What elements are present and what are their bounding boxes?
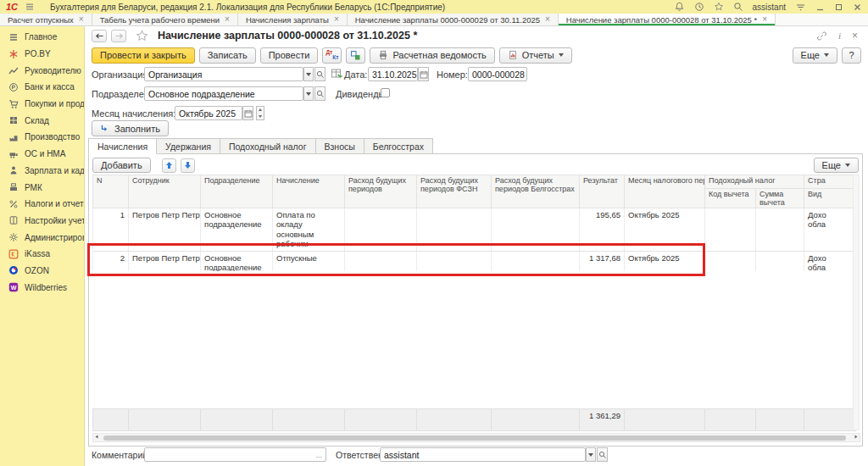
- sidebar-item-rukovoditelyu[interactable]: Руководителю: [0, 62, 84, 79]
- tab-uderzhaniya[interactable]: Удержания: [157, 138, 220, 154]
- responsible-dropdown-button[interactable]: [586, 447, 596, 462]
- tab-close-icon[interactable]: ×: [545, 15, 550, 24]
- organization-field[interactable]: Организация: [144, 67, 303, 81]
- cell-future-expenses[interactable]: [345, 208, 417, 252]
- service-menu-icon[interactable]: [795, 3, 806, 12]
- col-insurance-kind[interactable]: Вид: [804, 189, 856, 208]
- col-tax-month[interactable]: Месяц налогового периода: [625, 175, 705, 208]
- tab-close-icon[interactable]: ×: [762, 15, 767, 24]
- favorites-star-icon[interactable]: [714, 2, 724, 12]
- document-structure-button[interactable]: [346, 47, 365, 64]
- back-button[interactable]: [92, 30, 107, 42]
- close-form-icon[interactable]: ×: [852, 31, 858, 41]
- number-field[interactable]: 0000-000028: [468, 67, 527, 81]
- notifications-bell-icon[interactable]: [674, 2, 685, 12]
- fill-button[interactable]: Заполнить: [92, 120, 169, 136]
- reports-button[interactable]: Отчеты: [499, 47, 572, 64]
- sidebar-item-sklad[interactable]: Склад: [0, 112, 84, 129]
- sidebar-item-bank-kassa[interactable]: Банк и касса: [0, 79, 84, 96]
- tab-belgosstrakh[interactable]: Белгосстрах: [364, 138, 433, 154]
- window-tab[interactable]: Начисление зарплаты 0000-000029 от 30.11…: [348, 14, 559, 25]
- sidebar-item-nalogi[interactable]: Налоги и отчетность: [0, 196, 84, 213]
- move-row-down-button[interactable]: [181, 158, 195, 173]
- col-n[interactable]: N: [93, 175, 129, 208]
- sidebar-item-glavnoe[interactable]: Главное: [0, 29, 84, 46]
- sidebar-item-administrirovanie[interactable]: Администрирование: [0, 229, 84, 246]
- tab-vznosy[interactable]: Взносы: [316, 138, 364, 154]
- responsible-open-button[interactable]: [597, 447, 608, 462]
- cell-tax-month[interactable]: Октябрь 2025: [625, 208, 705, 252]
- month-stepper[interactable]: [256, 106, 264, 120]
- col-income-tax-group[interactable]: Подоходный налог: [705, 175, 804, 189]
- sidebar-item-zarplata-kadry[interactable]: Зарплата и кадры: [0, 163, 84, 180]
- tab-podokhodny-nalog[interactable]: Подоходный налог: [220, 138, 316, 154]
- col-deduction-amount[interactable]: Сумма вычета: [756, 189, 804, 208]
- add-row-button[interactable]: Добавить: [92, 158, 151, 173]
- help-button[interactable]: ?: [842, 47, 861, 64]
- month-calendar-button[interactable]: [242, 106, 253, 120]
- cell-future-expenses-fszn[interactable]: [417, 208, 492, 252]
- scroll-left-icon[interactable]: [95, 435, 98, 438]
- post-button[interactable]: Провести: [260, 47, 319, 64]
- col-department[interactable]: Подразделение: [201, 175, 273, 208]
- tab-nachisleniya[interactable]: Начисления: [88, 138, 157, 154]
- cell-deduction-amount[interactable]: [756, 208, 804, 252]
- sidebar-item-rmk[interactable]: РМК: [0, 179, 84, 196]
- sidebar-item-ikassa[interactable]: iKassa: [0, 246, 84, 263]
- col-future-expenses-belgosstrakh[interactable]: Расход будущих периодов Белгосстрах: [492, 175, 580, 208]
- organization-dropdown-button[interactable]: [303, 67, 314, 81]
- sidebar-item-wildberries[interactable]: WWildberries: [0, 279, 84, 296]
- close-window-icon[interactable]: [853, 3, 862, 12]
- cell-future-expenses-belgosstrakh[interactable]: [492, 208, 580, 252]
- col-employee[interactable]: Сотрудник: [129, 175, 201, 208]
- col-result[interactable]: Результат: [580, 175, 625, 208]
- restore-window-icon[interactable]: [834, 3, 843, 12]
- cell-department[interactable]: Основное подразделение: [201, 208, 273, 252]
- history-icon[interactable]: [694, 2, 704, 12]
- window-tab[interactable]: Начисления зарплаты×: [238, 14, 348, 25]
- post-and-close-button[interactable]: Провести и закрыть: [92, 47, 195, 64]
- form-more-button[interactable]: Еще: [793, 47, 837, 64]
- vertical-scrollbar[interactable]: [853, 175, 860, 430]
- scroll-right-icon[interactable]: [854, 435, 858, 438]
- show-postings-button[interactable]: ДтКт: [322, 47, 342, 64]
- cell-accrual[interactable]: Оплата по окладу основным рабочим: [273, 208, 345, 252]
- comment-more-button[interactable]: ...: [315, 451, 322, 459]
- payroll-sheet-button[interactable]: Расчетная ведомость: [370, 47, 494, 64]
- date-calendar-button[interactable]: [418, 67, 429, 81]
- sidebar-item-nastroyki[interactable]: Настройки учета: [0, 213, 84, 230]
- tab-close-icon[interactable]: ×: [334, 15, 339, 24]
- col-insurance-group[interactable]: Стра: [804, 175, 856, 189]
- get-link-icon[interactable]: [816, 31, 827, 42]
- organization-open-button[interactable]: [314, 67, 326, 81]
- col-future-expenses-fszn[interactable]: Расход будущих периодов ФСЗН: [417, 175, 492, 208]
- tab-close-icon[interactable]: ×: [225, 15, 230, 24]
- save-button[interactable]: Записать: [199, 47, 256, 64]
- department-field[interactable]: Основное подразделение: [144, 86, 303, 101]
- dividends-checkbox[interactable]: [381, 88, 390, 97]
- department-dropdown-button[interactable]: [303, 86, 314, 101]
- hamburger-menu-icon[interactable]: [25, 2, 35, 12]
- sidebar-item-ozon[interactable]: OZON: [0, 263, 84, 280]
- col-deduction-code[interactable]: Код вычета: [705, 189, 756, 208]
- cell-n[interactable]: 1: [93, 208, 129, 252]
- postings-table-icon[interactable]: [331, 68, 343, 80]
- responsible-field[interactable]: assistant: [380, 447, 586, 462]
- scrollbar-thumb[interactable]: [103, 435, 846, 441]
- grid-more-button[interactable]: Еще: [814, 158, 859, 173]
- sidebar-item-proizvodstvo[interactable]: Производство: [0, 129, 84, 146]
- date-field[interactable]: 31.10.2025: [368, 67, 418, 81]
- sidebar-item-os-nma[interactable]: ОС и НМА: [0, 146, 84, 163]
- col-accrual[interactable]: Начисление: [273, 175, 345, 208]
- horizontal-scrollbar[interactable]: [92, 433, 860, 442]
- cell-employee[interactable]: Петров Петр Петрович: [129, 208, 201, 252]
- favorite-star-icon[interactable]: [136, 30, 148, 42]
- comment-field[interactable]: ...: [144, 447, 326, 462]
- window-tab[interactable]: Расчет отпускных×: [0, 14, 92, 25]
- col-future-expenses[interactable]: Расход будущих периодов: [345, 175, 417, 208]
- search-icon[interactable]: [733, 2, 743, 12]
- sidebar-item-pokupki-prodazhi[interactable]: Покупки и продажи: [0, 96, 84, 113]
- accrual-month-field[interactable]: Октябрь 2025: [175, 106, 242, 120]
- sidebar-item-poby[interactable]: PO.BY: [0, 46, 84, 63]
- window-tab[interactable]: Табель учета рабочего времени×: [92, 14, 238, 25]
